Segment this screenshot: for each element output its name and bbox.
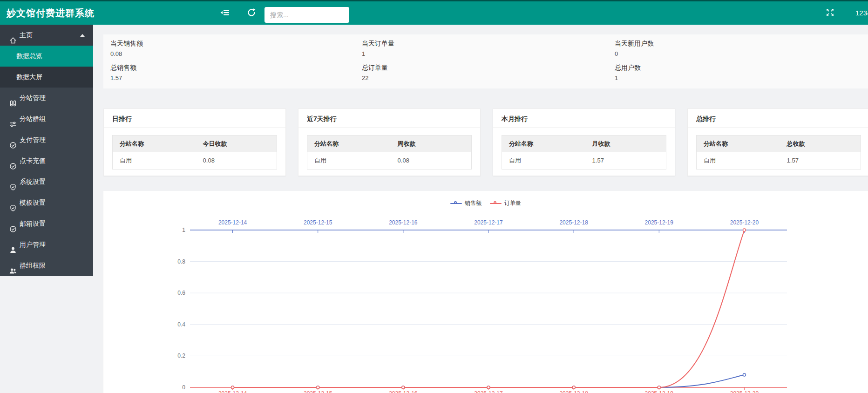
rank-card-title: 总排行 (688, 109, 868, 128)
cell-site-name: 自用 (697, 152, 787, 169)
svg-text:2025-12-17: 2025-12-17 (474, 219, 503, 226)
stat-value: 22 (362, 74, 595, 83)
column-header: 分站名称 (502, 136, 592, 152)
rank-card-total: 总排行 分站名称 总收款 自用 1.57 (687, 108, 868, 176)
svg-text:2025-12-18: 2025-12-18 (559, 219, 588, 226)
svg-text:0.2: 0.2 (177, 352, 185, 359)
fullscreen-icon[interactable] (821, 0, 839, 25)
sidebar-item-data-overview[interactable]: 数据总览 (0, 46, 93, 67)
stat-value: 1 (615, 74, 848, 83)
sidebar-item-label: 点卡充值 (20, 150, 46, 171)
svg-text:0.8: 0.8 (177, 258, 185, 265)
stat-value: 1 (362, 49, 595, 59)
table-row: 自用 0.08 (113, 152, 277, 169)
column-header: 月收款 (592, 136, 666, 152)
svg-text:2025-12-20: 2025-12-20 (730, 390, 759, 393)
sidebar-item-mail-settings[interactable]: 邮箱设置 (0, 213, 93, 234)
table-row: 自用 1.57 (697, 152, 861, 169)
stat-label: 当天销售额 (110, 39, 343, 48)
stat-label: 总订单量 (362, 63, 595, 72)
sidebar-item-label: 支付管理 (20, 129, 46, 150)
svg-text:1: 1 (182, 227, 185, 233)
column-header: 总收款 (787, 136, 861, 152)
stat-value: 0.08 (110, 49, 343, 59)
window-top-edge (0, 0, 868, 1)
stat-value: 0 (615, 49, 848, 59)
svg-text:2025-12-15: 2025-12-15 (304, 219, 332, 226)
sidebar-item-data-screen[interactable]: 数据大屏 (0, 67, 93, 88)
app-title: 妙文馆付费进群系统 (7, 0, 95, 25)
sidebar-item-label: 分站群组 (20, 108, 46, 129)
refresh-icon[interactable] (242, 0, 261, 25)
stat-label: 当天订单量 (362, 39, 595, 48)
svg-text:2025-12-18: 2025-12-18 (559, 390, 588, 393)
sidebar-item-label: 分站管理 (20, 88, 46, 108)
users-icon (9, 262, 17, 270)
sidebar-item-system-settings[interactable]: 系统设置 (0, 171, 93, 192)
stat-value: 1.57 (110, 74, 343, 83)
rank-table: 分站名称 月收款 自用 1.57 (502, 135, 666, 169)
sidebar-item-substation-groups[interactable]: 分站群组 (0, 108, 93, 129)
user-icon (9, 241, 17, 249)
legend-marker (490, 203, 502, 204)
header-bar: 妙文馆付费进群系统 (0, 0, 868, 25)
table-row: 自用 0.08 (307, 152, 471, 169)
rank-card-title: 本月排行 (493, 109, 675, 128)
svg-text:2025-12-20: 2025-12-20 (730, 219, 759, 226)
sidebar-item-substation-manage[interactable]: 分站管理 (0, 88, 93, 108)
sidebar-item-user-manage[interactable]: 用户管理 (0, 234, 93, 255)
search-input[interactable] (264, 7, 349, 23)
sidebar-item-payment-manage[interactable]: 支付管理 (0, 129, 93, 150)
legend-item-sales[interactable]: 销售额 (450, 199, 481, 207)
svg-text:2025-12-14: 2025-12-14 (218, 390, 247, 393)
rank-card-title: 近7天排行 (298, 109, 480, 128)
cell-site-name: 自用 (502, 152, 592, 169)
columns-icon (9, 95, 17, 102)
app-root: 妙文馆付费进群系统 (0, 0, 868, 393)
stat-label: 当天新用户数 (615, 39, 848, 48)
table-row: 自用 1.57 (502, 152, 666, 169)
svg-text:2025-12-14: 2025-12-14 (218, 219, 247, 226)
cell-amount: 1.57 (592, 152, 666, 169)
sidebar-nav: 主页 数据总览 数据大屏 分站管理 分站群组 支付管理 (0, 25, 93, 276)
svg-text:2025-12-19: 2025-12-19 (645, 219, 674, 226)
check-circle-icon (9, 220, 17, 228)
rank-table: 分站名称 总收款 自用 1.57 (696, 135, 861, 169)
shield-check-icon (9, 199, 17, 207)
sidebar-item-label: 群组权限 (20, 255, 46, 276)
column-header: 分站名称 (307, 136, 398, 152)
cell-site-name: 自用 (307, 152, 398, 169)
svg-text:2025-12-16: 2025-12-16 (389, 219, 418, 226)
svg-text:0.6: 0.6 (177, 290, 185, 296)
sidebar-item-template-settings[interactable]: 模板设置 (0, 192, 93, 213)
chart-card: 销售额 订单量 00.20.40.60.812025-12-142025-12-… (103, 191, 868, 393)
rank-card-title: 日排行 (104, 109, 285, 128)
chart-legend: 销售额 订单量 (103, 199, 868, 207)
header-user-text[interactable]: 12345 (855, 0, 868, 25)
check-circle-icon (9, 136, 17, 144)
stat-label: 总用户数 (615, 63, 848, 72)
svg-text:2025-12-19: 2025-12-19 (645, 390, 674, 393)
svg-text:2025-12-16: 2025-12-16 (389, 390, 418, 393)
column-header: 分站名称 (113, 136, 203, 152)
sidebar-item-group-permissions[interactable]: 群组权限 (0, 255, 93, 276)
legend-label: 订单量 (504, 199, 521, 207)
rank-table: 分站名称 今日收款 自用 0.08 (112, 135, 277, 169)
chevron-up-icon (80, 34, 85, 37)
sidebar-item-card-recharge[interactable]: 点卡充值 (0, 150, 93, 171)
stat-label: 总销售额 (110, 63, 343, 72)
column-header: 分站名称 (697, 136, 787, 152)
rank-card-month: 本月排行 分站名称 月收款 自用 1.57 (493, 108, 675, 176)
sidebar-item-label: 系统设置 (20, 171, 46, 192)
sidebar-item-home[interactable]: 主页 (0, 25, 93, 46)
cell-amount: 0.08 (398, 152, 471, 169)
menu-fold-icon[interactable] (216, 0, 234, 25)
legend-marker (450, 203, 462, 204)
column-header: 今日收款 (203, 136, 277, 152)
svg-text:2025-12-17: 2025-12-17 (474, 390, 503, 393)
legend-item-orders[interactable]: 订单量 (490, 199, 521, 207)
column-header: 周收款 (398, 136, 471, 152)
stats-panel: 当天销售额 0.08 总销售额 1.57 当天订单量 1 总订单量 22 当天新… (103, 34, 868, 88)
svg-text:0.4: 0.4 (177, 321, 185, 328)
cell-amount: 1.57 (787, 152, 861, 169)
